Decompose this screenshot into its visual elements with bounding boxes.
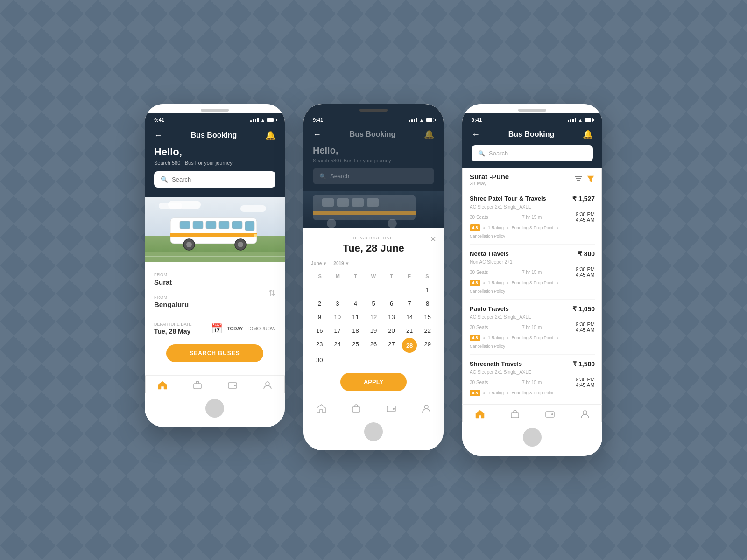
phone3-route-info: Surat -Pune 28 May xyxy=(470,173,509,186)
phone2-cal-day-12[interactable]: 12 xyxy=(365,311,382,323)
phone2-cal-day-15[interactable]: 15 xyxy=(419,311,436,323)
phone2-cal-day-24[interactable]: 24 xyxy=(329,338,346,353)
phone3-search-placeholder: Search xyxy=(489,150,508,157)
phone3-bus-result-2[interactable]: Neeta Travels ₹ 800 Non AC Sleeper 2+1 3… xyxy=(470,245,595,300)
phone1-nav-home[interactable] xyxy=(157,380,168,390)
phone1-to-field[interactable]: FROM Bengaluru xyxy=(154,295,275,308)
phone2-navbar: ← Bus Booking 🔔 xyxy=(313,129,434,140)
phone2-calendar-days: - - - - - - 1 2 3 4 5 6 xyxy=(311,284,436,366)
phone2-cal-day-26[interactable]: 26 xyxy=(365,338,382,353)
phone3-bus-result-1[interactable]: Shree Patel Tour & Travels ₹ 1,527 AC Sl… xyxy=(470,189,595,245)
phone3-bus3-tags: 4.8 ● 1 Rating ● Boarding & Drop Point ●… xyxy=(470,335,595,349)
phone1-nav-profile[interactable] xyxy=(262,380,273,390)
phone3-bus3-arr: 4:45 AM xyxy=(576,327,594,333)
phone2-cal-day-6[interactable]: 6 xyxy=(383,297,400,310)
phone3-results-list: Shree Patel Tour & Travels ₹ 1,527 AC Sl… xyxy=(462,189,602,404)
phone3-bus3-tag2: Boarding & Drop Point xyxy=(512,336,554,340)
phone2-day-f: F xyxy=(400,272,418,281)
phone2-day-t2: T xyxy=(382,272,400,281)
phone2-calendar-date: Tue, 28 June xyxy=(311,242,436,254)
phone3-sort-icon[interactable] xyxy=(574,175,583,185)
phone2-cal-day-3[interactable]: 3 xyxy=(329,297,346,310)
phone3-bell-icon[interactable]: 🔔 xyxy=(583,129,593,140)
phone3-bus2-tag3: Cancellation Policy xyxy=(470,289,505,294)
phone1-nav-briefcase[interactable] xyxy=(192,380,203,390)
phone1-back-icon[interactable]: ← xyxy=(154,131,162,140)
phone2-cal-day-10[interactable]: 10 xyxy=(329,311,346,323)
phone3-nav-briefcase[interactable] xyxy=(510,409,520,419)
phone2-bus-peek xyxy=(303,191,444,228)
phone2-cal-day-21[interactable]: 21 xyxy=(401,324,418,337)
phone2-battery xyxy=(426,118,434,122)
phone3-bus-result-4[interactable]: Shreenath Travels ₹ 1,500 AC Sleeper 2x1… xyxy=(470,355,595,402)
phone1-home-button[interactable] xyxy=(205,399,224,418)
phone3-nav-profile[interactable] xyxy=(580,409,590,419)
phone2-day-headers: S M T W T F S xyxy=(311,272,436,281)
phone1-bell-icon[interactable]: 🔔 xyxy=(265,130,275,140)
phone2-nav-home[interactable] xyxy=(316,404,326,413)
phone1-today[interactable]: TODAY xyxy=(227,326,243,331)
phone2-close-button[interactable]: ✕ xyxy=(430,235,436,244)
phone2-cal-day-20[interactable]: 20 xyxy=(383,324,400,337)
phone1-search-input[interactable] xyxy=(172,176,269,183)
phone2-nav-profile[interactable] xyxy=(421,404,431,413)
phone1-departure[interactable]: DEPARTURE DATE Tue, 28 May 📅 TODAY | TOM… xyxy=(154,317,275,340)
phone2-cal-day-7[interactable]: 7 xyxy=(401,297,418,310)
phone2-cal-day-23[interactable]: 23 xyxy=(311,338,328,353)
phone1-from-label: FROM xyxy=(154,273,275,277)
phone2-search-bar[interactable]: 🔍 Search xyxy=(313,168,434,184)
phone2-cal-day-28-selected[interactable]: 28 xyxy=(402,338,417,353)
phone1-swap-icon[interactable]: ⇅ xyxy=(268,288,275,298)
phone1-tomorrow[interactable]: TOMORROW xyxy=(247,326,275,331)
phone3-bus1-name: Shree Patel Tour & Travels xyxy=(470,195,546,202)
phone3-bus1-duration: 7 hr 15 m xyxy=(522,215,542,220)
phone2-month-select[interactable]: June ▾ xyxy=(311,261,326,266)
phone2-cal-day-9[interactable]: 9 xyxy=(311,311,328,323)
phone2-cal-day-1[interactable]: 1 xyxy=(419,284,436,296)
phone2-cal-day-25[interactable]: 25 xyxy=(347,338,364,353)
phone1-time: 9:41 xyxy=(154,117,164,123)
phone3-bus3-name: Paulo Travels xyxy=(470,305,509,312)
phone2-cal-day-16[interactable]: 16 xyxy=(311,324,328,337)
phone2-back-icon[interactable]: ← xyxy=(313,130,321,140)
phone2-cal-day-22[interactable]: 22 xyxy=(419,324,436,337)
svg-point-10 xyxy=(238,242,243,247)
phone2-cal-day-5[interactable]: 5 xyxy=(365,297,382,310)
phone2-cal-day-17[interactable]: 17 xyxy=(329,324,346,337)
phone2-cal-day-18[interactable]: 18 xyxy=(347,324,364,337)
phone2-cal-day-13[interactable]: 13 xyxy=(383,311,400,323)
svg-rect-12 xyxy=(254,234,257,237)
phone1-from-field[interactable]: FROM Surat xyxy=(154,273,275,286)
phone3-bus2-arr: 4:45 AM xyxy=(576,272,594,278)
phone2-cal-day-4[interactable]: 4 xyxy=(347,297,364,310)
phone2-apply-button[interactable]: APPLY xyxy=(340,373,407,391)
phone3-back-icon[interactable]: ← xyxy=(472,130,480,140)
phone3-bus4-meta: 30 Seats 7 hr 15 m 9:30 PM 4:45 AM xyxy=(470,377,595,388)
phone3-nav-wallet[interactable] xyxy=(545,409,555,419)
phone2-year-select[interactable]: 2019 ▾ xyxy=(333,261,348,266)
phone2-cal-day-14[interactable]: 14 xyxy=(401,311,418,323)
phone1-search-button[interactable]: SEARCH BUSES xyxy=(166,344,263,362)
phone2-nav-briefcase[interactable] xyxy=(351,404,361,413)
phone3-nav-home[interactable] xyxy=(475,409,485,419)
phone2-nav-wallet[interactable] xyxy=(386,404,396,413)
phone3-bus4-top: Shreenath Travels ₹ 1,500 xyxy=(470,360,595,368)
phone3-search-bar[interactable]: 🔍 Search xyxy=(472,145,593,161)
phone2-home-button[interactable] xyxy=(364,422,383,441)
phone1-nav-wallet[interactable] xyxy=(227,380,238,390)
phone3-bus-result-3[interactable]: Paulo Travels ₹ 1,050 AC Sleeper 2x1 Sin… xyxy=(470,300,595,355)
phone3-home-button[interactable] xyxy=(523,428,542,447)
phone2-cal-day-30[interactable]: 30 xyxy=(311,354,328,366)
phone3-filter-icon[interactable] xyxy=(586,175,595,185)
phone2-cal-day-29[interactable]: 29 xyxy=(419,338,436,353)
phone2-cal-day-27[interactable]: 27 xyxy=(383,338,400,353)
phone2-cal-day-8[interactable]: 8 xyxy=(419,297,436,310)
phone2-cal-day-11[interactable]: 11 xyxy=(347,311,364,323)
phone2-calendar-grid: S M T W T F S - - - xyxy=(311,272,436,366)
phone2-cal-day-19[interactable]: 19 xyxy=(365,324,382,337)
phone2-cal-day-2[interactable]: 2 xyxy=(311,297,328,310)
phone1-navbar: ← Bus Booking 🔔 xyxy=(154,130,275,140)
phone2-bell-icon[interactable]: 🔔 xyxy=(424,129,434,140)
home-icon xyxy=(475,409,485,419)
phone1-search-bar[interactable]: 🔍 xyxy=(154,171,275,188)
